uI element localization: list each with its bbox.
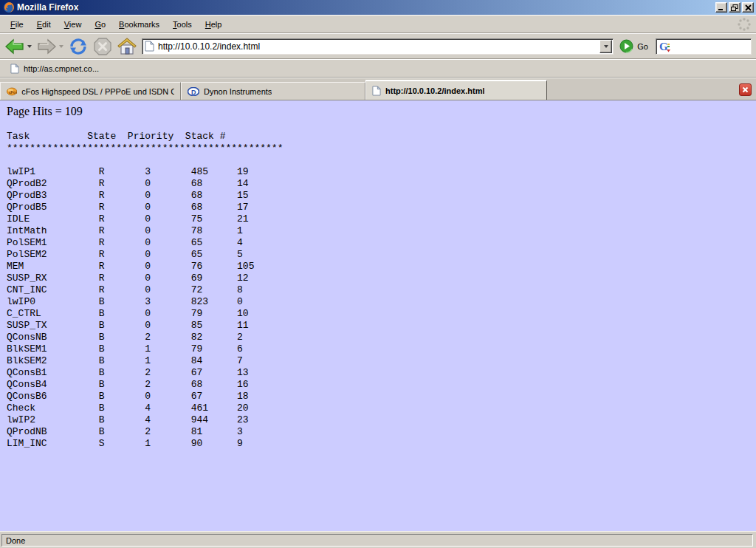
close-button[interactable] [742,2,754,13]
url-input[interactable]: http://10.0.10.2/index.html [158,41,599,52]
stop-icon [93,37,112,56]
bookmark-label: http://as.cmpnet.co... [24,64,99,73]
close-icon [742,86,749,93]
tab-dynon[interactable]: D Dynon Instruments [181,82,365,100]
menu-help[interactable]: Help [199,18,229,31]
tab-label: cFos Highspeed DSL / PPPoE und ISDN CAP.… [21,87,174,96]
dynon-icon: D [188,87,199,96]
forward-icon [36,38,57,55]
cfos-icon: cFos [7,86,17,96]
restore-icon [731,4,738,11]
navigation-toolbar: http://10.0.10.2/index.html Go G [0,33,756,59]
page-icon [372,86,381,96]
task-table-pre: Task State Priority Stack # ************… [7,131,756,450]
svg-text:G: G [659,41,668,52]
menu-bookmarks[interactable]: Bookmarks [112,18,166,31]
page-hits-text: Page Hits = 109 [7,105,756,118]
go-icon [619,39,633,53]
back-button[interactable] [4,38,32,55]
window-title: Mozilla Firefox [17,2,715,13]
title-bar: Mozilla Firefox [0,0,756,15]
bookmark-item[interactable]: http://as.cmpnet.co... [6,62,103,75]
svg-text:cFos: cFos [9,90,18,95]
go-button[interactable]: Go [619,39,648,53]
menu-file[interactable]: File [4,18,30,31]
close-icon [745,4,752,11]
menu-tools[interactable]: Tools [166,18,199,31]
google-icon: G [659,40,672,53]
minimize-button[interactable] [715,2,727,13]
menu-bar: File Edit View Go Bookmarks Tools Help [0,15,756,33]
url-dropdown-button[interactable] [599,40,612,53]
reload-icon [68,37,89,56]
throbber-icon [736,16,752,32]
firefox-icon [3,1,15,13]
status-text: Done [6,536,25,545]
tab-active-index-html[interactable]: http://10.0.10.2/index.html [365,80,547,100]
url-dropdown-caret [604,45,608,48]
reload-button[interactable] [68,37,89,56]
restore-button[interactable] [729,2,740,13]
back-icon [4,38,25,55]
tab-label: http://10.0.10.2/index.html [385,86,484,95]
minimize-icon [718,4,725,11]
status-bar: Done [0,531,756,548]
tab-cfos[interactable]: cFos cFos Highspeed DSL / PPPoE und ISDN… [0,82,181,100]
page-icon [145,41,154,52]
page-content: Page Hits = 109 Task State Priority Stac… [0,100,756,531]
search-box[interactable]: G [656,38,752,55]
page-icon [10,64,19,74]
svg-text:D: D [191,88,196,95]
tab-label: Dynon Instruments [204,87,272,96]
menu-view[interactable]: View [58,18,89,31]
tab-bar: cFos cFos Highspeed DSL / PPPoE und ISDN… [0,78,756,100]
forward-button[interactable] [36,38,63,55]
url-bar[interactable]: http://10.0.10.2/index.html [142,38,614,55]
bookmarks-bar: http://as.cmpnet.co... [0,59,756,78]
back-dropdown-caret[interactable] [27,45,32,48]
close-tab-button[interactable] [739,83,752,96]
stop-button[interactable] [93,37,112,56]
menu-go[interactable]: Go [88,18,112,31]
forward-dropdown-caret[interactable] [59,45,63,48]
menu-edit[interactable]: Edit [30,18,58,31]
status-panel: Done [1,534,753,547]
home-icon [117,37,137,56]
home-button[interactable] [117,37,137,56]
go-label: Go [637,42,648,51]
